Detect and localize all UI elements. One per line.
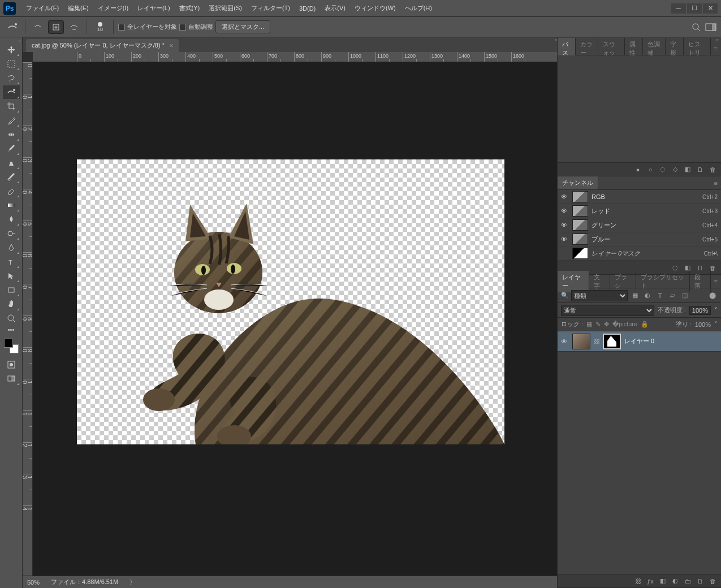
filter-smart-icon[interactable]: ◫ [680,291,690,301]
new-group-icon[interactable]: 🗀 [684,577,692,585]
canvas[interactable] [33,62,557,576]
search-icon[interactable] [692,23,701,32]
eraser-tool[interactable] [3,184,20,198]
menu-view[interactable]: 表示(V) [320,2,350,15]
lock-image-icon[interactable]: ✎ [595,321,601,328]
layer-name[interactable]: レイヤー 0 [624,337,654,345]
ruler-horizontal[interactable]: 0100200300400500600700800900100011001200… [33,52,557,62]
paths-panel-menu-icon[interactable]: ≡ [711,45,721,52]
layer-mask-link-icon[interactable]: ⛓ [594,338,599,345]
new-path-icon[interactable]: 🗋 [696,166,704,174]
screen-mode-toggle[interactable] [3,372,20,386]
path-to-selection-icon[interactable]: ◌ [659,166,667,174]
layer-style-icon[interactable]: ƒx [646,577,654,585]
menu-filter[interactable]: フィルター(T) [247,2,295,15]
gradient-tool[interactable] [3,198,20,212]
filter-pixel-icon[interactable]: ▦ [630,291,640,301]
save-selection-channel-icon[interactable]: ◧ [684,264,692,272]
fill-path-icon[interactable]: ● [634,166,642,174]
channel-visibility-icon[interactable]: 👁 [561,193,569,200]
menu-file[interactable]: ファイル(F) [21,2,63,15]
load-channel-selection-icon[interactable]: ◌ [671,264,679,272]
new-layer-icon[interactable]: 🗋 [696,577,704,585]
hand-tool[interactable] [3,297,20,311]
channels-panel-menu-icon[interactable]: ≡ [711,180,721,187]
current-tool-icon[interactable] [5,20,20,34]
quick-selection-tool[interactable] [3,85,20,99]
marquee-tool[interactable] [3,57,20,71]
ruler-vertical[interactable]: 0100200300400500600700800900100011001200… [23,62,33,576]
healing-brush-tool[interactable] [3,128,20,141]
new-adjustment-icon[interactable]: ◐ [671,577,679,585]
menu-help[interactable]: ヘルプ(H) [400,2,437,15]
rectangle-tool[interactable] [3,283,20,297]
blur-tool[interactable] [3,213,20,226]
pen-tool[interactable] [3,241,20,254]
doc-size-status[interactable]: ファイル：4.88M/6.51M [51,578,118,586]
selection-add-icon[interactable] [48,20,64,34]
clone-stamp-tool[interactable] [3,156,20,170]
filter-type-icon[interactable]: T [655,291,665,301]
auto-enhance-checkbox[interactable]: 自動調整 [179,23,213,31]
filter-shape-icon[interactable]: ▱ [667,291,677,301]
brush-tool[interactable] [3,142,20,155]
lasso-tool[interactable] [3,71,20,85]
close-tab-icon[interactable]: × [169,41,174,50]
lock-position-icon[interactable]: ✥ [604,321,609,328]
stroke-path-icon[interactable]: ○ [646,166,654,174]
make-work-path-icon[interactable]: ◇ [671,166,679,174]
selection-new-icon[interactable] [30,20,46,34]
channel-row[interactable]: 👁ブルーCtrl+5 [558,232,721,247]
foreground-color-swatch[interactable] [4,339,13,348]
foreground-background-swatch[interactable] [3,338,20,354]
menu-edit[interactable]: 編集(E) [63,2,93,15]
blend-mode-select[interactable]: 通常 [561,305,654,316]
filter-adjustment-icon[interactable]: ◐ [642,291,653,301]
opacity-flyout-icon[interactable]: ˅ [714,306,718,314]
lock-transparency-icon[interactable]: ▦ [586,321,592,328]
channel-row[interactable]: 👁RGBCtrl+2 [558,190,721,204]
lock-artboard-icon[interactable]: �picture [612,321,637,328]
channel-row[interactable]: 👁グリーンCtrl+4 [558,218,721,232]
move-tool[interactable] [3,43,20,57]
filter-toggle-icon[interactable]: ⬤ [707,291,718,301]
selection-subtract-icon[interactable] [66,20,82,34]
type-tool[interactable]: T [3,255,20,269]
window-close[interactable]: ✕ [703,3,718,14]
opacity-value[interactable]: 100% [689,306,711,315]
zoom-level[interactable]: 50% [27,579,40,586]
layer-row[interactable]: 👁 ⛓ レイヤー 0 [558,331,721,352]
window-minimize[interactable]: ─ [671,3,686,14]
dodge-tool[interactable] [3,227,20,240]
quick-mask-toggle[interactable] [3,358,20,371]
layers-panel-menu-icon[interactable]: ≡ [711,278,721,285]
tab-channels[interactable]: チャンネル [558,176,598,189]
add-mask-icon[interactable]: ◧ [684,166,692,174]
status-flyout-icon[interactable]: 〉 [129,578,136,586]
menu-type[interactable]: 書式(Y) [175,2,205,15]
zoom-tool[interactable] [3,312,20,325]
menu-layer[interactable]: レイヤー(L) [133,2,174,15]
eyedropper-tool[interactable] [3,114,20,127]
delete-path-icon[interactable]: 🗑 [709,166,716,174]
sample-all-layers-checkbox[interactable]: 全レイヤーを対象 [118,23,177,31]
path-selection-tool[interactable] [3,269,20,283]
add-mask-icon[interactable]: ◧ [659,577,667,585]
link-layers-icon[interactable]: ⛓ [634,577,642,585]
new-channel-icon[interactable]: 🗋 [696,264,704,272]
crop-tool[interactable] [3,100,20,113]
menu-select[interactable]: 選択範囲(S) [204,2,247,15]
layer-filter-type[interactable]: 種類 [571,290,628,301]
fill-value[interactable]: 100% [695,321,711,328]
window-maximize[interactable]: ☐ [687,3,702,14]
layer-mask-thumbnail[interactable] [603,334,621,349]
channel-row[interactable]: レイヤー 0マスクCtrl+\ [558,247,721,261]
layer-visibility-icon[interactable]: 👁 [561,338,569,345]
channel-row[interactable]: 👁レッドCtrl+3 [558,204,721,218]
workspace-switcher-icon[interactable] [705,23,716,31]
fill-flyout-icon[interactable]: ˅ [714,321,718,328]
channel-visibility-icon[interactable]: 👁 [561,207,569,214]
menu-3d[interactable]: 3D(D) [295,3,320,14]
channel-visibility-icon[interactable]: 👁 [561,222,569,228]
channel-visibility-icon[interactable]: 👁 [561,236,569,243]
